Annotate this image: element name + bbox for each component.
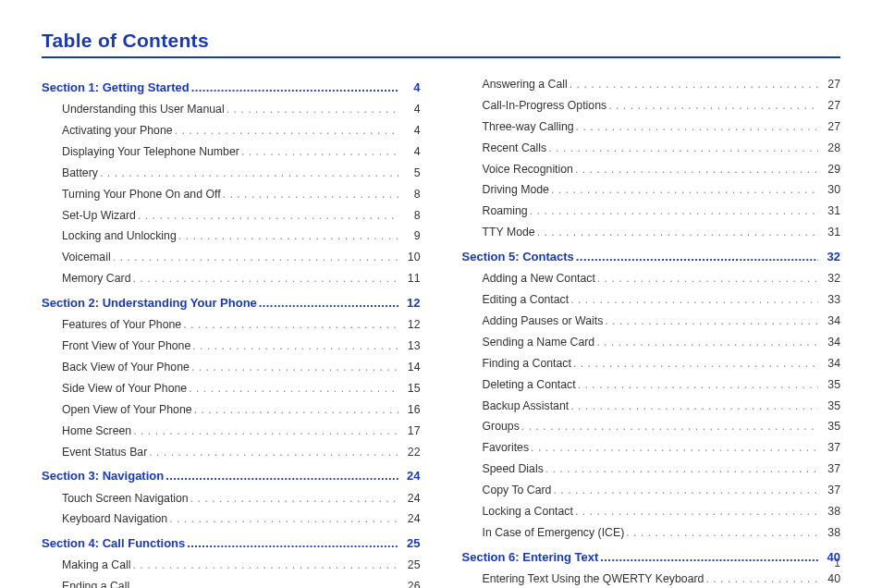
- toc-page: 35: [820, 417, 840, 436]
- toc-entry[interactable]: Locking and Unlocking9: [42, 227, 421, 246]
- toc-label: Editing a Contact: [483, 290, 570, 310]
- toc-leader: [573, 354, 818, 374]
- toc-page: 10: [400, 248, 421, 267]
- toc-leader: [608, 96, 818, 116]
- toc-label: Section 2: Understanding Your Phone: [42, 293, 257, 313]
- toc-entry[interactable]: Answering a Call27: [462, 75, 841, 94]
- toc-label: Entering Text Using the QWERTY Keyboard: [483, 570, 704, 588]
- toc-entry[interactable]: Ending a Call26: [42, 577, 421, 588]
- toc-leader: [531, 438, 818, 458]
- toc-leader: [189, 379, 398, 398]
- toc-page: 38: [820, 523, 840, 543]
- toc-entry[interactable]: Voice Recognition29: [462, 160, 841, 179]
- toc-entry[interactable]: Side View of Your Phone15: [42, 379, 421, 398]
- toc-entry[interactable]: Home Screen17: [42, 422, 421, 441]
- toc-entry[interactable]: Editing a Contact33: [462, 290, 841, 310]
- toc-entry[interactable]: Recent Calls28: [462, 139, 841, 158]
- toc-label: Keyboard Navigation: [62, 509, 167, 529]
- toc-entry[interactable]: Three-way Calling27: [462, 117, 841, 137]
- toc-section[interactable]: Section 4: Call Functions25: [42, 533, 421, 554]
- toc-label: Battery: [62, 164, 98, 183]
- toc-entry[interactable]: Features of Your Phone12: [42, 315, 421, 335]
- toc-column-right: Answering a Call27Call-In-Progress Optio…: [462, 73, 841, 588]
- toc-label: Three-way Calling: [483, 117, 574, 137]
- toc-leader: [100, 164, 398, 183]
- toc-section[interactable]: Section 2: Understanding Your Phone12: [42, 293, 421, 313]
- toc-leader: [575, 160, 818, 179]
- toc-entry[interactable]: Touch Screen Navigation24: [42, 489, 421, 508]
- toc-entry[interactable]: Making a Call25: [42, 556, 421, 575]
- toc-page: 12: [400, 293, 421, 313]
- toc-page: 28: [820, 139, 840, 158]
- toc-entry[interactable]: Copy To Card37: [462, 481, 841, 500]
- toc-entry[interactable]: Turning Your Phone On and Off8: [42, 185, 421, 204]
- toc-page: 4: [400, 78, 421, 98]
- toc-page: 4: [400, 142, 421, 162]
- toc-entry[interactable]: Open View of Your Phone16: [42, 400, 421, 420]
- toc-section[interactable]: Section 6: Entering Text40: [462, 547, 841, 568]
- toc-label: Locking and Unlocking: [62, 227, 177, 246]
- toc-leader: [545, 459, 818, 479]
- toc-entry[interactable]: Roaming31: [462, 202, 841, 221]
- toc-entry[interactable]: Groups35: [462, 417, 841, 436]
- toc-entry[interactable]: Displaying Your Telephone Number4: [42, 142, 421, 162]
- toc-page: 8: [400, 206, 421, 226]
- toc-label: In Case of Emergency (ICE): [483, 523, 625, 543]
- toc-leader: [553, 481, 818, 500]
- toc-label: Finding a Contact: [483, 354, 571, 374]
- toc-entry[interactable]: Adding a New Contact32: [462, 269, 841, 288]
- toc-entry[interactable]: In Case of Emergency (ICE)38: [462, 523, 841, 543]
- toc-entry[interactable]: Locking a Contact38: [462, 502, 841, 521]
- toc-label: Groups: [483, 417, 520, 436]
- toc-leader: [191, 358, 398, 377]
- toc-leader: [133, 422, 398, 441]
- toc-entry[interactable]: Set-Up Wizard8: [42, 206, 421, 226]
- toc-label: Copy To Card: [483, 481, 552, 500]
- toc-page: 12: [400, 315, 421, 335]
- toc-entry[interactable]: Back View of Your Phone14: [42, 358, 421, 377]
- toc-entry[interactable]: Front View of Your Phone13: [42, 337, 421, 356]
- toc-entry[interactable]: TTY Mode31: [462, 223, 841, 242]
- toc-column-left: Section 1: Getting Started4Understanding…: [42, 73, 421, 588]
- toc-label: Features of Your Phone: [62, 315, 181, 335]
- toc-section[interactable]: Section 3: Navigation24: [42, 466, 421, 486]
- toc-entry[interactable]: Understanding this User Manual4: [42, 100, 421, 119]
- toc-leader: [241, 142, 398, 162]
- toc-entry[interactable]: Call-In-Progress Options27: [462, 96, 841, 116]
- toc-page: 30: [820, 180, 840, 200]
- toc-page: 31: [820, 202, 840, 221]
- toc-entry[interactable]: Adding Pauses or Waits34: [462, 312, 841, 331]
- toc-page: 37: [820, 438, 840, 458]
- toc-label: Side View of Your Phone: [62, 379, 187, 398]
- toc-label: Displaying Your Telephone Number: [62, 142, 239, 162]
- toc-entry[interactable]: Memory Card11: [42, 269, 421, 288]
- toc-leader: [548, 139, 818, 158]
- toc-entry[interactable]: Voicemail10: [42, 248, 421, 267]
- toc-page: 4: [400, 100, 421, 119]
- toc-entry[interactable]: Favorites37: [462, 438, 841, 458]
- toc-leader: [530, 202, 818, 221]
- toc-section[interactable]: Section 5: Contacts32: [462, 247, 841, 267]
- toc-entry[interactable]: Backup Assistant35: [462, 397, 841, 416]
- toc-entry[interactable]: Finding a Contact34: [462, 354, 841, 374]
- toc-leader: [600, 547, 818, 568]
- toc-label: Section 1: Getting Started: [42, 78, 190, 98]
- toc-label: Turning Your Phone On and Off: [62, 185, 221, 204]
- toc-entry[interactable]: Keyboard Navigation24: [42, 509, 421, 529]
- toc-leader: [169, 509, 398, 529]
- toc-entry[interactable]: Activating your Phone4: [42, 121, 421, 141]
- toc-label: Recent Calls: [483, 139, 547, 158]
- toc-entry[interactable]: Deleting a Contact35: [462, 375, 841, 395]
- toc-page: 32: [820, 247, 840, 267]
- toc-entry[interactable]: Sending a Name Card34: [462, 333, 841, 352]
- toc-entry[interactable]: Driving Mode30: [462, 180, 841, 200]
- toc-leader: [626, 523, 818, 543]
- toc-entry[interactable]: Speed Dials37: [462, 459, 841, 479]
- toc-entry[interactable]: Event Status Bar22: [42, 443, 421, 462]
- toc-section[interactable]: Section 1: Getting Started4: [42, 78, 421, 98]
- toc-leader: [138, 206, 398, 226]
- toc-entry[interactable]: Entering Text Using the QWERTY Keyboard4…: [462, 570, 841, 588]
- toc-leader: [133, 556, 398, 575]
- toc-page: 27: [820, 117, 840, 137]
- toc-entry[interactable]: Battery5: [42, 164, 421, 183]
